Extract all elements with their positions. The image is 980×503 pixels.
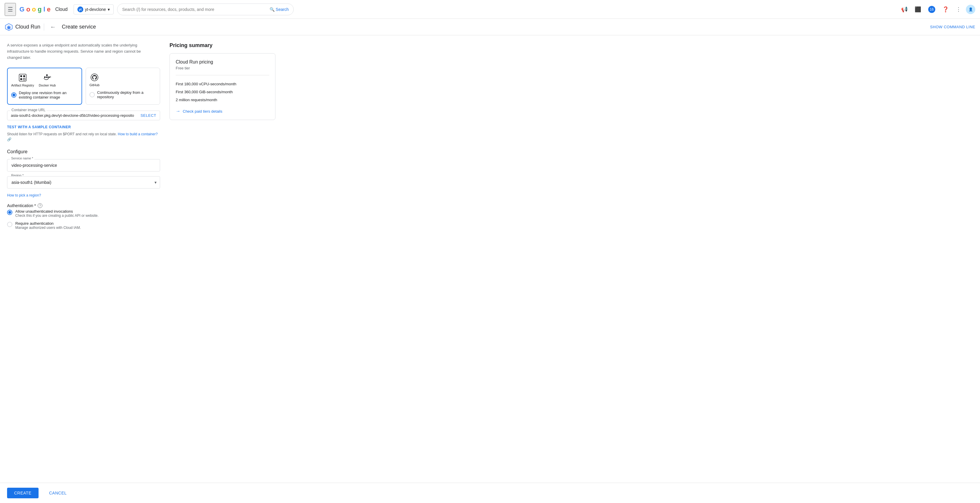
- left-panel: A service exposes a unique endpoint and …: [7, 42, 160, 237]
- logo-cloud-text: Cloud: [55, 7, 68, 12]
- hint-text: Should listen for HTTP requests on $PORT…: [7, 132, 160, 142]
- search-bar: 🔍 Search: [117, 3, 294, 15]
- sub-header: Cloud Run ← Create service SHOW COMMAND …: [0, 19, 980, 35]
- pick-region-link[interactable]: How to pick a region?: [7, 193, 160, 197]
- configure-title: Configure: [7, 149, 160, 154]
- svg-rect-3: [19, 74, 26, 81]
- option1-radio-inner: [12, 94, 15, 97]
- docker-hub-option: Docker Hub: [39, 73, 56, 87]
- option2-label: Continuously deploy from a repository: [97, 90, 156, 99]
- svg-rect-8: [44, 76, 46, 78]
- service-name-input[interactable]: [7, 159, 160, 171]
- pricing-item-2: First 360,000 GiB-seconds/month: [176, 88, 269, 96]
- svg-rect-6: [20, 78, 22, 80]
- auth-title-text: Authentication *: [7, 203, 36, 208]
- auth-option2-sub: Manage authorized users with Cloud IAM.: [15, 225, 81, 230]
- logo-o1: o: [26, 6, 30, 13]
- help-button[interactable]: ❓: [940, 4, 951, 15]
- project-selector[interactable]: yt yt-devclone ▾: [73, 5, 114, 14]
- artifact-registry-option: Artifact Registry: [11, 73, 34, 87]
- github-option: GitHub: [89, 73, 99, 87]
- svg-rect-9: [46, 76, 48, 78]
- container-image-field-group: Container image URL asia-south1-docker.p…: [7, 111, 160, 120]
- back-button[interactable]: ←: [48, 22, 58, 32]
- cloud-shell-button[interactable]: ⬛: [912, 4, 923, 15]
- svg-rect-4: [20, 75, 22, 77]
- logo-e: e: [47, 6, 51, 13]
- pricing-item-1: First 180,000 vCPU-seconds/month: [176, 80, 269, 88]
- top-nav: ☰ Google Cloud yt yt-devclone ▾ 🔍 Search…: [0, 0, 980, 19]
- logo-g: G: [19, 6, 24, 13]
- search-button[interactable]: 🔍 Search: [270, 7, 289, 12]
- svg-point-12: [91, 74, 98, 81]
- search-input[interactable]: [122, 7, 270, 12]
- badge-button[interactable]: 16: [926, 3, 938, 15]
- search-button-label: Search: [276, 7, 289, 12]
- header-divider: [44, 24, 44, 30]
- hamburger-menu[interactable]: ☰: [5, 3, 16, 16]
- service-name-field-wrapper: Service name *: [7, 159, 160, 171]
- avatar[interactable]: 👤: [966, 5, 975, 14]
- google-cloud-logo: Google Cloud: [19, 6, 68, 13]
- select-image-button[interactable]: SELECT: [140, 113, 156, 117]
- option1-icons: Artifact Registry: [11, 73, 78, 87]
- region-select[interactable]: asia-south1 (Mumbai): [7, 176, 160, 189]
- project-dot: yt: [77, 6, 83, 12]
- svg-rect-7: [23, 78, 25, 80]
- badge-number: 16: [928, 6, 935, 13]
- auth-option1-label: Allow unauthenticated invocations: [15, 209, 99, 214]
- pricing-items-list: First 180,000 vCPU-seconds/month First 3…: [176, 80, 269, 104]
- container-image-label: Container image URL: [10, 108, 46, 112]
- option1-radio: Deploy one revision from an existing con…: [11, 90, 78, 100]
- auth-option-unauthenticated[interactable]: Allow unauthenticated invocations Check …: [7, 209, 160, 218]
- logo-l: l: [43, 6, 45, 13]
- hint-text-content: Should listen for HTTP requests on $PORT…: [7, 132, 117, 136]
- more-options-button[interactable]: ⋮: [953, 4, 964, 15]
- auth-radio1-inner: [8, 211, 11, 214]
- pricing-item-3: 2 million requests/month: [176, 96, 269, 104]
- auth-radio2-circle: [7, 222, 12, 227]
- option2-radio-circle: [89, 92, 95, 97]
- pricing-tier: Free tier: [176, 66, 269, 75]
- show-command-line-link[interactable]: SHOW COMMAND LINE: [930, 25, 975, 29]
- paid-tiers-link[interactable]: → Check paid tiers details: [176, 108, 269, 114]
- docker-hub-label: Docker Hub: [39, 84, 56, 87]
- container-image-value: asia-south1-docker.pkg.dev/yt-devclone-d…: [11, 113, 138, 117]
- page-title: Create service: [62, 24, 96, 30]
- test-sample-container-link[interactable]: TEST WITH A SAMPLE CONTAINER: [7, 125, 160, 129]
- pricing-card: Cloud Run pricing Free tier First 180,00…: [170, 53, 275, 120]
- deploy-option-existing[interactable]: Artifact Registry: [7, 68, 82, 105]
- region-field-wrapper: Region * asia-south1 (Mumbai): [7, 176, 160, 189]
- notifications-button[interactable]: 📢: [899, 4, 910, 15]
- option2-icons: GitHub: [89, 73, 156, 87]
- project-chevron-icon: ▾: [108, 7, 110, 12]
- arrow-icon: →: [176, 108, 180, 114]
- pricing-summary-title: Pricing summary: [170, 42, 405, 49]
- service-name-label: Service name *: [10, 157, 35, 160]
- auth-option-required[interactable]: Require authentication Manage authorized…: [7, 221, 160, 230]
- search-icon: 🔍: [270, 7, 275, 12]
- right-panel: Pricing summary Cloud Run pricing Free t…: [170, 42, 405, 237]
- auth-title: Authentication * ?: [7, 203, 160, 208]
- hint-link-text: How to build a container?: [118, 132, 158, 136]
- svg-rect-10: [46, 75, 48, 76]
- github-icon: [90, 73, 99, 82]
- svg-rect-5: [23, 75, 25, 77]
- badge-container: 16: [926, 3, 938, 15]
- option1-radio-circle: [11, 92, 16, 98]
- auth-option2-content: Require authentication Manage authorized…: [15, 221, 81, 230]
- deploy-option-repository[interactable]: GitHub Continuously deploy from a reposi…: [86, 68, 160, 105]
- artifact-registry-icon: [18, 73, 27, 83]
- auth-option1-sub: Check this if you are creating a public …: [15, 214, 99, 218]
- auth-option1-content: Allow unauthenticated invocations Check …: [15, 209, 99, 218]
- cloud-run-label: Cloud Run: [15, 24, 40, 30]
- main-content: A service exposes a unique endpoint and …: [0, 35, 412, 266]
- artifact-registry-label: Artifact Registry: [11, 84, 34, 87]
- docker-hub-icon: [43, 73, 52, 83]
- auth-radio1-circle: [7, 210, 12, 215]
- container-image-field: Container image URL asia-south1-docker.p…: [7, 111, 160, 120]
- authentication-section: Authentication * ? Allow unauthenticated…: [7, 203, 160, 230]
- region-select-wrapper: asia-south1 (Mumbai): [7, 176, 160, 189]
- deploy-options: Artifact Registry: [7, 68, 160, 105]
- auth-help-icon[interactable]: ?: [38, 203, 42, 208]
